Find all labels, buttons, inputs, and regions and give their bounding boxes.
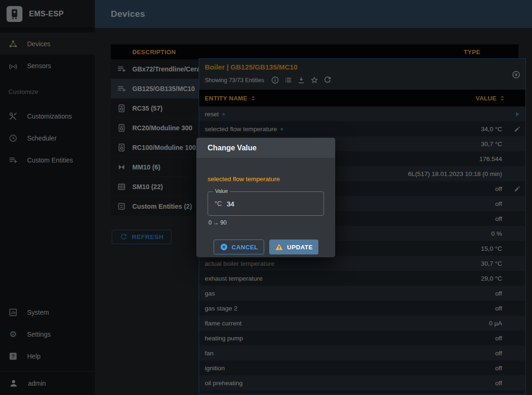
value-input[interactable] bbox=[227, 200, 317, 208]
warning-icon bbox=[275, 243, 283, 251]
cancel-button[interactable]: CANCEL bbox=[214, 240, 265, 254]
cancel-icon bbox=[220, 243, 228, 251]
value-range-hint: 0 → 90 bbox=[208, 219, 324, 226]
change-value-dialog: Change Value selected flow temperature V… bbox=[196, 138, 335, 257]
dialog-entity-name: selected flow temperature bbox=[208, 176, 324, 183]
unit-adornment: °C bbox=[215, 200, 222, 207]
value-field[interactable]: Value °C bbox=[208, 191, 324, 216]
cancel-label: CANCEL bbox=[232, 244, 259, 251]
value-field-label: Value bbox=[213, 188, 230, 194]
dialog-title: Change Value bbox=[196, 138, 335, 158]
update-button[interactable]: UPDATE bbox=[269, 240, 318, 254]
update-label: UPDATE bbox=[287, 244, 313, 251]
